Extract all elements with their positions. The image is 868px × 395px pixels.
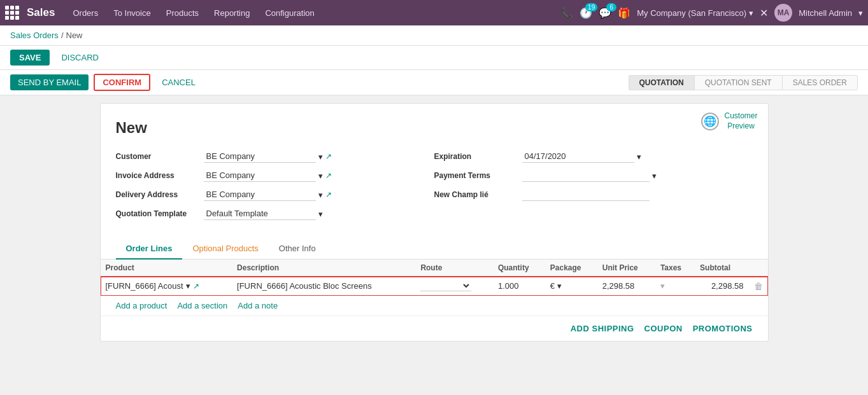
invoice-address-field: Invoice Address ▾ ↗ (116, 166, 434, 185)
globe-icon: 🌐 (701, 113, 719, 130)
nav-orders[interactable]: Orders (65, 0, 106, 25)
new-champ-input[interactable] (522, 188, 650, 201)
discard-button[interactable]: DISCARD (55, 50, 105, 66)
tabs: Order Lines Optional Products Other Info (101, 239, 768, 260)
user-chevron-icon: ▾ (858, 8, 863, 18)
add-note-link[interactable]: Add a note (238, 301, 278, 310)
route-select[interactable] (420, 281, 471, 291)
new-champ-value (522, 188, 753, 201)
nav-reporting[interactable]: Reporting (206, 0, 257, 25)
row-taxes[interactable]: ▾ (655, 277, 695, 296)
customer-chevron-icon: ▾ (318, 152, 323, 162)
customer-preview-label: CustomerPreview (724, 111, 757, 131)
phone-icon[interactable]: 📞 (560, 7, 573, 19)
nav-products[interactable]: Products (159, 0, 206, 25)
chat-badge: 6 (606, 3, 616, 11)
main-content: 🌐 CustomerPreview New Customer ▾ ↗ Invoi… (0, 95, 868, 352)
send-by-email-button[interactable]: SEND BY EMAIL (10, 74, 89, 90)
close-icon[interactable]: ✕ (760, 7, 768, 19)
quotation-template-input[interactable] (204, 207, 316, 220)
gift-icon[interactable]: 🎁 (618, 7, 630, 19)
step-quotation[interactable]: QUOTATION (629, 75, 694, 90)
company-chevron-icon: ▾ (749, 8, 753, 18)
confirm-button[interactable]: CONFIRM (94, 74, 150, 91)
expiration-value: ▾ (522, 150, 753, 163)
row-delete[interactable]: 🗑 (749, 277, 768, 296)
package-chevron-icon: ▾ (557, 281, 562, 291)
user-name: Mitchell Admin (799, 8, 852, 18)
tab-other-info[interactable]: Other Info (269, 239, 326, 260)
product-chevron-icon: ▾ (186, 281, 190, 291)
row-quantity: 1.000 (493, 277, 545, 296)
app-logo[interactable]: Sales (5, 6, 55, 20)
product-name[interactable]: [FURN_6666] Acoust (106, 281, 183, 291)
new-champ-field: New Champ lié (434, 185, 753, 204)
expiration-input[interactable] (522, 150, 634, 163)
col-unit-price: Unit Price (597, 260, 655, 277)
save-button[interactable]: SAVE (10, 50, 50, 66)
cancel-button[interactable]: CANCEL (155, 74, 202, 90)
row-subtotal: 2,298.58 (695, 277, 748, 296)
table-header-row: Product Description Route Quantity Packa… (101, 260, 768, 277)
company-selector[interactable]: My Company (San Francisco) ▾ (637, 8, 753, 18)
promotions-button[interactable]: PROMOTIONS (693, 324, 753, 333)
delivery-address-label: Delivery Address (116, 190, 199, 199)
action-bar: SAVE DISCARD (0, 46, 868, 70)
step-sales-order[interactable]: SALES ORDER (782, 75, 858, 90)
add-links: Add a product Add a section Add a note (101, 296, 768, 315)
delivery-address-external-link-icon[interactable]: ↗ (325, 190, 332, 199)
row-route[interactable] (415, 277, 493, 296)
product-link-icon[interactable]: ↗ (193, 282, 199, 291)
secondary-bar: SEND BY EMAIL CONFIRM CANCEL QUOTATION Q… (0, 70, 868, 95)
quotation-template-label: Quotation Template (116, 209, 199, 218)
order-table-container: Product Description Route Quantity Packa… (101, 260, 768, 296)
invoice-address-value: ▾ ↗ (204, 169, 434, 182)
payment-terms-input[interactable] (522, 169, 650, 182)
tab-order-lines[interactable]: Order Lines (116, 239, 183, 260)
invoice-address-input[interactable] (204, 169, 316, 182)
row-description[interactable]: [FURN_6666] Acoustic Bloc Screens (232, 277, 415, 296)
nav-links: Orders To Invoice Products Reporting Con… (65, 0, 322, 25)
customer-input[interactable] (204, 150, 316, 163)
invoice-address-external-link-icon[interactable]: ↗ (325, 171, 332, 180)
quotation-template-chevron-icon: ▾ (318, 209, 323, 219)
chat-icon[interactable]: 💬 6 (599, 7, 611, 19)
add-shipping-button[interactable]: ADD SHIPPING (571, 324, 634, 333)
grid-icon (5, 6, 19, 20)
tab-optional-products[interactable]: Optional Products (182, 239, 268, 260)
add-section-link[interactable]: Add a section (177, 301, 227, 310)
customer-external-link-icon[interactable]: ↗ (325, 152, 332, 161)
expiration-chevron-icon: ▾ (637, 152, 641, 162)
delivery-address-input[interactable] (204, 188, 316, 201)
product-cell: [FURN_6666] Acoust ▾ ↗ (106, 281, 227, 291)
payment-terms-field: Payment Terms ▾ (434, 166, 753, 185)
delete-icon[interactable]: 🗑 (754, 281, 763, 291)
right-fields: Expiration ▾ Payment Terms ▾ New Champ l… (434, 147, 753, 223)
col-quantity: Quantity (493, 260, 545, 277)
nav-to-invoice[interactable]: To Invoice (106, 0, 159, 25)
new-champ-label: New Champ lié (434, 190, 517, 199)
footer-buttons: ADD SHIPPING COUPON PROMOTIONS (101, 315, 768, 341)
delivery-address-field: Delivery Address ▾ ↗ (116, 185, 434, 204)
company-name: My Company (San Francisco) (637, 8, 746, 18)
customer-preview[interactable]: 🌐 CustomerPreview (701, 111, 757, 131)
topnav-right: 📞 🕐 19 💬 6 🎁 My Company (San Francisco) … (560, 4, 863, 22)
order-table: Product Description Route Quantity Packa… (101, 260, 768, 296)
add-product-link[interactable]: Add a product (116, 301, 167, 310)
clock-icon[interactable]: 🕐 19 (580, 7, 592, 19)
row-unit-price[interactable]: 2,298.58 (597, 277, 655, 296)
expiration-label: Expiration (434, 152, 517, 161)
invoice-address-label: Invoice Address (116, 171, 199, 180)
col-route: Route (415, 260, 493, 277)
step-quotation-sent[interactable]: QUOTATION SENT (694, 75, 782, 90)
breadcrumb-separator: / (61, 31, 64, 40)
table-row: [FURN_6666] Acoust ▾ ↗ [FURN_6666] Acous… (101, 277, 768, 296)
coupon-button[interactable]: COUPON (644, 324, 683, 333)
breadcrumb-parent[interactable]: Sales Orders (10, 31, 59, 40)
payment-terms-chevron-icon: ▾ (652, 171, 657, 181)
nav-configuration[interactable]: Configuration (257, 0, 322, 25)
quantity-value[interactable]: 1.000 (498, 281, 519, 291)
clock-badge: 19 (585, 3, 597, 11)
form-title: New (101, 104, 768, 147)
avatar[interactable]: MA (774, 4, 792, 22)
